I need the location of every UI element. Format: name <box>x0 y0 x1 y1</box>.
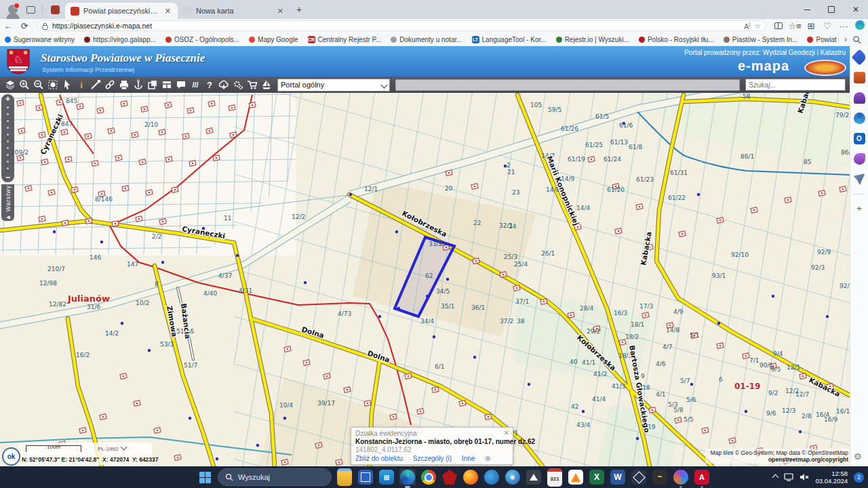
popup-link-details[interactable]: Szczegóły (i) <box>413 455 452 462</box>
read-aloud-icon[interactable]: A) <box>744 22 750 30</box>
profile-avatar[interactable] <box>4 2 22 17</box>
zoom-level-slider[interactable] <box>7 104 9 172</box>
sidebar-add-button[interactable]: + <box>856 203 862 214</box>
toolbox-icon[interactable] <box>854 72 865 83</box>
pinned-site-icon[interactable] <box>51 5 60 14</box>
calendar-app-taskbar-icon[interactable]: 321 <box>547 469 563 485</box>
maximize-button[interactable] <box>819 1 844 18</box>
firefox-taskbar-icon[interactable] <box>462 469 479 485</box>
zoom-in-button[interactable]: + <box>5 94 11 104</box>
bookmark-item[interactable]: https://virgo.galapp... <box>79 36 161 43</box>
new-tab-button[interactable]: + <box>290 2 308 17</box>
sail-icon[interactable] <box>259 78 273 92</box>
globe-app-taskbar-icon[interactable]: 🜨 <box>505 469 521 485</box>
popup-expand-icon[interactable]: ⊕ <box>485 455 490 462</box>
volume-muted-icon[interactable] <box>800 473 809 481</box>
info-icon[interactable]: i <box>74 78 88 92</box>
popup-link-zoom-to-object[interactable]: Zbliż do obiektu <box>355 455 403 462</box>
map-search-box[interactable] <box>745 79 846 91</box>
shopping-tag-icon[interactable] <box>851 49 867 65</box>
attribution-link[interactable]: openstreetmap.org/copyright <box>707 456 848 463</box>
bookmark-item[interactable]: OSOZ - Ogólnopols... <box>161 36 244 43</box>
bookmark-item[interactable]: LTLanguageTool - Kor... <box>467 36 551 43</box>
acrobat-taskbar-icon[interactable]: A <box>694 469 710 485</box>
refresh-button[interactable]: ⟳ <box>16 21 33 31</box>
wolf-app-taskbar-icon[interactable] <box>526 469 542 485</box>
bookmark-item[interactable]: Sugerowane witryny <box>0 36 79 43</box>
bookmark-item[interactable]: CRCentralny Rejestr P... <box>303 36 387 43</box>
favorite-star-icon[interactable]: ☆ <box>755 22 761 30</box>
chrome-taskbar-icon[interactable] <box>420 469 437 485</box>
tab-close-icon[interactable]: ✕ <box>163 7 172 16</box>
app-window-taskbar-icon[interactable] <box>357 469 374 485</box>
red-app-taskbar-icon[interactable] <box>441 469 458 485</box>
portal-select[interactable]: Portal ogólny <box>277 79 390 92</box>
zoom-out-icon[interactable] <box>31 78 45 92</box>
nightly-app-taskbar-icon[interactable] <box>673 469 689 485</box>
bookmark-item[interactable]: Rejestr.io | Wyszuki... <box>551 36 634 43</box>
link-icon[interactable] <box>102 78 117 92</box>
microsoft-365-icon[interactable] <box>854 113 865 124</box>
taskbar-clock[interactable]: 12:58 03.04.2024 <box>815 470 848 485</box>
send-plane-icon[interactable] <box>854 174 865 185</box>
snip-app-taskbar-icon[interactable] <box>631 469 647 485</box>
tray-chevron-icon[interactable] <box>772 474 779 481</box>
tab-actions-icon[interactable] <box>22 2 39 17</box>
notification-badge[interactable]: 2 <box>854 472 864 483</box>
browser-tab[interactable]: Powiat piaseczyński - System Inf ✕ <box>65 3 178 19</box>
excel-taskbar-icon[interactable]: X <box>589 469 605 485</box>
bookmarks-overflow-chevron[interactable]: › <box>839 35 852 44</box>
start-button[interactable] <box>197 469 213 485</box>
bookmarks-search-icon[interactable] <box>852 35 861 44</box>
vlc-taskbar-icon[interactable] <box>568 469 584 485</box>
crs-selector[interactable]: PL-1992 <box>98 445 126 452</box>
back-button[interactable]: ← <box>0 21 16 31</box>
taskbar-search[interactable]: Wyszukaj <box>218 468 332 486</box>
bookmark-item[interactable]: Dokumenty u notar... <box>386 36 467 43</box>
outlook-icon[interactable]: O <box>854 133 865 144</box>
popup-link-other[interactable]: Inne <box>462 455 475 462</box>
games-icon[interactable] <box>854 92 865 104</box>
cart-icon[interactable] <box>245 78 259 92</box>
layers-icon[interactable] <box>3 78 17 92</box>
minimize-button[interactable] <box>795 1 819 18</box>
help-icon[interactable]: ? <box>202 78 216 92</box>
thunderbird-taskbar-icon[interactable] <box>484 469 500 485</box>
layers-panel-tab[interactable]: ▶ Warstwy <box>1 184 14 221</box>
map-canvas[interactable]: 8458472/10209/22/28/146210/712/981461471… <box>0 93 850 466</box>
pointer-icon[interactable] <box>60 78 74 92</box>
zoom-in-icon[interactable] <box>17 78 31 92</box>
browser-essentials-icon[interactable]: ♡ <box>819 21 835 31</box>
sidebar-settings-gear-icon[interactable]: ⚙ <box>854 451 862 462</box>
cast-icon[interactable] <box>784 473 793 481</box>
drop-game-icon[interactable] <box>854 153 865 165</box>
store-taskbar-icon[interactable]: ⊞ <box>378 469 395 485</box>
settings-menu-icon[interactable]: ··· <box>835 21 852 31</box>
panels-icon[interactable] <box>159 78 174 92</box>
print-icon[interactable] <box>117 78 131 92</box>
popup-close-icon[interactable]: ✕ <box>504 429 509 436</box>
copilot-icon[interactable] <box>852 20 868 32</box>
address-bar[interactable]: https://piaseczynski.e-mapa.net A) ☆ <box>37 20 766 31</box>
split-screen-icon[interactable] <box>770 21 787 31</box>
copy-view-icon[interactable] <box>145 78 159 92</box>
select-area-icon[interactable] <box>45 78 60 92</box>
comment-icon[interactable] <box>174 78 188 92</box>
measure-icon[interactable] <box>88 78 102 92</box>
hatch-icon[interactable]: /// <box>188 78 202 92</box>
explorer-taskbar-icon[interactable] <box>336 469 353 485</box>
wave-app-taskbar-icon[interactable]: ~ <box>652 469 668 485</box>
bookmark-item[interactable]: Polsko - Rosyjski tłu... <box>634 36 719 43</box>
tab-close-icon[interactable]: ✕ <box>276 7 285 16</box>
favorites-icon[interactable]: ☆≡ <box>787 21 803 31</box>
bookmark-item[interactable]: Piastów - System In... <box>719 36 803 43</box>
edge-taskbar-icon[interactable] <box>399 469 416 485</box>
anchor-icon[interactable] <box>131 78 145 92</box>
collections-icon[interactable]: ⊞ <box>803 21 819 31</box>
word-taskbar-icon[interactable]: W <box>610 469 626 485</box>
settings-gears-icon[interactable] <box>231 78 245 92</box>
ok-button[interactable]: ok <box>2 447 20 466</box>
cloud-download-icon[interactable] <box>216 78 231 92</box>
bookmark-item[interactable]: Powiat piaseczyński... <box>802 36 839 43</box>
bookmark-item[interactable]: Mapy Google <box>244 36 302 43</box>
